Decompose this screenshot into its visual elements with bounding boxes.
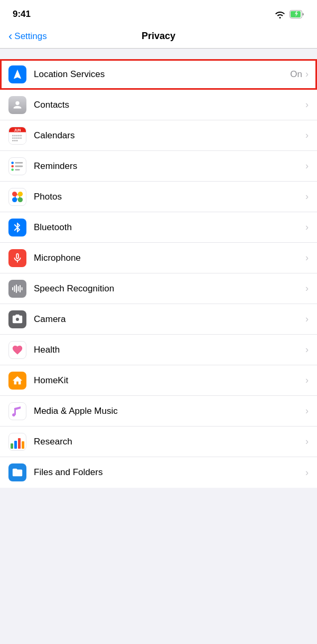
svg-point-21 (11, 168, 14, 171)
list-item-contacts[interactable]: Contacts › (0, 90, 317, 120)
svg-rect-28 (16, 285, 17, 293)
bluetooth-icon (8, 219, 26, 236)
list-item-research[interactable]: Research › (0, 427, 317, 457)
speech-recognition-chevron: › (305, 283, 309, 294)
list-item-bluetooth[interactable]: Bluetooth › (0, 212, 317, 243)
svg-rect-22 (15, 162, 23, 164)
bluetooth-label: Bluetooth (34, 222, 305, 233)
heart-icon (12, 344, 23, 356)
chart-bars-icon (10, 434, 25, 450)
calendars-label: Calendars (34, 130, 305, 141)
list-item-health[interactable]: Health › (0, 335, 317, 365)
list-item-homekit[interactable]: HomeKit › (0, 365, 317, 396)
calendars-icon: JUN (8, 127, 26, 145)
svg-rect-23 (15, 165, 23, 167)
homekit-label: HomeKit (34, 375, 305, 386)
svg-point-2 (15, 101, 19, 105)
camera-lens-icon (12, 314, 23, 325)
svg-point-25 (16, 195, 19, 198)
contacts-chevron: › (305, 99, 309, 110)
svg-rect-32 (11, 443, 13, 449)
location-services-icon (8, 65, 26, 83)
svg-rect-26 (12, 287, 13, 290)
svg-point-6 (12, 135, 14, 136)
svg-point-10 (20, 135, 22, 136)
photos-chevron: › (305, 191, 309, 202)
svg-rect-24 (15, 169, 20, 171)
wifi-icon (275, 10, 285, 18)
reminders-label: Reminders (34, 161, 305, 172)
svg-point-20 (11, 165, 14, 167)
status-time: 9:41 (13, 9, 31, 20)
svg-rect-30 (20, 285, 21, 292)
svg-point-19 (11, 162, 14, 164)
files-folders-label: Files and Folders (34, 467, 305, 478)
svg-point-7 (14, 135, 16, 136)
camera-chevron: › (305, 314, 309, 325)
list-item-location-services[interactable]: Location Services On › (0, 59, 317, 90)
files-folders-chevron: › (305, 467, 309, 478)
nav-bar: ‹ Settings Privacy (0, 26, 317, 49)
bluetooth-symbol-icon (12, 222, 23, 233)
list-item-calendars[interactable]: JUN (0, 120, 317, 151)
contacts-label: Contacts (34, 100, 305, 110)
svg-text:JUN: JUN (14, 128, 21, 132)
reminders-chevron: › (305, 160, 309, 172)
files-folders-icon (8, 463, 26, 481)
microphone-label: Microphone (34, 253, 305, 263)
svg-rect-35 (22, 441, 24, 449)
calendars-chevron: › (305, 130, 309, 141)
microphone-icon (8, 249, 26, 267)
home-icon (12, 375, 23, 386)
list-item-media-apple-music[interactable]: Media & Apple Music › (0, 396, 317, 427)
content: Location Services On › Contacts › JUN (0, 49, 317, 488)
arrow-icon (12, 69, 23, 80)
health-chevron: › (305, 344, 309, 355)
svg-point-16 (12, 140, 14, 141)
camera-label: Camera (34, 314, 305, 325)
location-services-chevron: › (305, 69, 309, 80)
list-item-speech-recognition[interactable]: Speech Recognition › (0, 273, 317, 304)
svg-rect-27 (14, 286, 15, 292)
page-title: Privacy (142, 31, 175, 42)
bluetooth-chevron: › (305, 222, 309, 233)
status-icons (275, 10, 304, 18)
list-item-camera[interactable]: Camera › (0, 304, 317, 335)
list-item-files-folders[interactable]: Files and Folders › (0, 457, 317, 488)
person-icon (12, 99, 23, 111)
back-button[interactable]: ‹ Settings (8, 31, 47, 42)
reminders-list-icon (10, 158, 25, 174)
privacy-list: Location Services On › Contacts › JUN (0, 59, 317, 488)
svg-point-9 (18, 135, 20, 136)
list-item-reminders[interactable]: Reminders › (0, 151, 317, 182)
mic-icon (12, 252, 23, 264)
research-chevron: › (305, 436, 309, 447)
location-services-label: Location Services (34, 69, 290, 80)
status-bar: 9:41 (0, 0, 317, 26)
svg-point-13 (16, 137, 18, 139)
svg-point-14 (18, 137, 20, 139)
svg-rect-29 (18, 286, 19, 291)
homekit-icon (8, 372, 26, 390)
svg-point-15 (20, 137, 22, 139)
media-apple-music-chevron: › (305, 405, 309, 416)
svg-rect-34 (18, 438, 21, 449)
media-apple-music-label: Media & Apple Music (34, 406, 305, 416)
calendar-icon: JUN (9, 127, 26, 145)
homekit-chevron: › (305, 375, 309, 386)
back-chevron-icon: ‹ (8, 31, 12, 42)
speech-recognition-icon (8, 280, 26, 298)
list-item-photos[interactable]: Photos › (0, 182, 317, 212)
research-label: Research (34, 437, 305, 447)
research-icon (8, 433, 26, 451)
back-label: Settings (14, 31, 46, 42)
photos-icon (8, 188, 26, 206)
svg-point-17 (14, 140, 16, 141)
music-note-icon (10, 403, 25, 419)
svg-point-12 (14, 137, 16, 139)
waveform-icon (11, 282, 24, 295)
svg-rect-31 (22, 287, 23, 290)
photos-label: Photos (34, 192, 305, 202)
svg-point-11 (12, 137, 14, 139)
list-item-microphone[interactable]: Microphone › (0, 243, 317, 273)
